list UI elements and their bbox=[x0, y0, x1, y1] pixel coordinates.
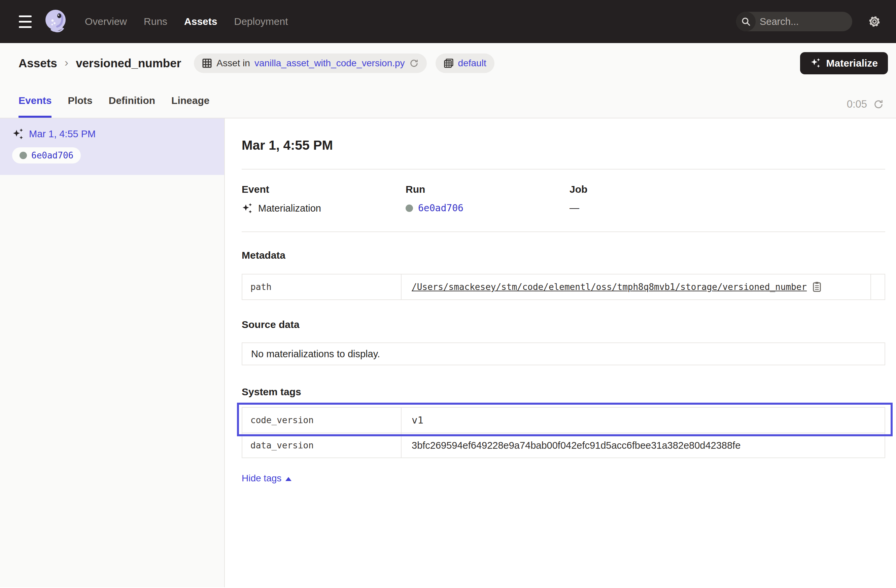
asset-in-label: Asset in bbox=[216, 58, 250, 68]
metadata-path-link[interactable]: /Users/smackesey/stm/code/elementl/oss/t… bbox=[411, 282, 807, 292]
settings-gear-icon[interactable] bbox=[867, 14, 882, 29]
main-nav: Overview Runs Assets Deployment bbox=[85, 16, 288, 27]
asset-definition-badge[interactable]: Asset in vanilla_asset_with_code_version… bbox=[194, 53, 427, 73]
run-status-dot-detail bbox=[405, 205, 413, 212]
source-data-empty-state: No materializations to display. bbox=[242, 342, 885, 365]
refresh-countdown: 0:05 bbox=[847, 98, 867, 110]
run-column: Run 6e0ad706 bbox=[405, 184, 570, 214]
nav-runs[interactable]: Runs bbox=[144, 16, 167, 27]
breadcrumb-separator: › bbox=[65, 56, 68, 71]
event-detail-title: Mar 1, 4:55 PM bbox=[242, 138, 885, 153]
event-column: Event Materialization bbox=[242, 184, 405, 214]
job-column-label: Job bbox=[570, 184, 885, 195]
source-data-heading: Source data bbox=[242, 319, 885, 330]
global-search[interactable]: / bbox=[736, 12, 852, 31]
metadata-table: path /Users/smackesey/stm/code/elementl/… bbox=[242, 274, 885, 300]
tag-value-code-version: v1 bbox=[402, 408, 885, 433]
system-tags-table: code_version v1 data_version 3bfc269594e… bbox=[242, 407, 885, 458]
sparkle-icon bbox=[810, 58, 821, 69]
nav-deployment[interactable]: Deployment bbox=[234, 16, 288, 27]
page-title: versioned_number bbox=[76, 56, 181, 70]
table-row-data-version: data_version 3bfc269594ef649228e9a74bab0… bbox=[242, 433, 885, 457]
metadata-heading: Metadata bbox=[242, 249, 885, 261]
system-tags-heading: System tags bbox=[242, 386, 885, 398]
materialize-button[interactable]: Materialize bbox=[800, 52, 888, 74]
event-detail-panel: Mar 1, 4:55 PM Event Materialization bbox=[225, 119, 896, 587]
event-timestamp-link[interactable]: Mar 1, 4:55 PM bbox=[29, 129, 96, 140]
tab-plots[interactable]: Plots bbox=[68, 84, 92, 118]
repository-icon bbox=[443, 58, 454, 68]
table-row-code-version: code_version v1 bbox=[242, 408, 885, 433]
run-id-link[interactable]: 6e0ad706 bbox=[418, 202, 463, 214]
asset-tabs-bar: Events Plots Definition Lineage 0:05 bbox=[0, 84, 896, 119]
hide-tags-link[interactable]: Hide tags bbox=[242, 473, 291, 484]
caret-up-icon bbox=[285, 477, 291, 481]
run-id-label: 6e0ad706 bbox=[31, 150, 73, 161]
tab-events[interactable]: Events bbox=[18, 84, 52, 118]
tab-definition[interactable]: Definition bbox=[109, 84, 155, 118]
event-type-value: Materialization bbox=[258, 203, 321, 214]
refresh-icon[interactable] bbox=[873, 99, 884, 109]
event-column-label: Event bbox=[242, 184, 405, 195]
repository-default-link[interactable]: default bbox=[458, 58, 486, 68]
breadcrumb-bar: Assets › versioned_number Asset in vanil… bbox=[0, 43, 896, 84]
copy-to-clipboard-icon[interactable] bbox=[812, 281, 821, 292]
app-header: Overview Runs Assets Deployment / bbox=[0, 0, 896, 43]
search-icon bbox=[736, 12, 756, 31]
tag-key-data-version: data_version bbox=[242, 433, 402, 457]
nav-assets[interactable]: Assets bbox=[184, 16, 217, 27]
tag-key-code-version: code_version bbox=[242, 408, 402, 433]
materialize-label: Materialize bbox=[826, 58, 878, 69]
asset-definition-file-link[interactable]: vanilla_asset_with_code_version.py bbox=[254, 58, 405, 68]
event-list-sidebar: Mar 1, 4:55 PM 6e0ad706 bbox=[0, 119, 225, 587]
tab-lineage[interactable]: Lineage bbox=[171, 84, 209, 118]
event-list-item-selected[interactable]: Mar 1, 4:55 PM 6e0ad706 bbox=[0, 119, 224, 175]
hamburger-menu-icon[interactable] bbox=[13, 9, 37, 33]
job-value-dash: — bbox=[570, 202, 579, 214]
repository-badge[interactable]: default bbox=[436, 53, 494, 73]
search-input[interactable] bbox=[756, 16, 852, 27]
hide-tags-label: Hide tags bbox=[242, 473, 281, 484]
metadata-actions-cell bbox=[871, 275, 885, 299]
breadcrumb-assets-link[interactable]: Assets bbox=[18, 56, 57, 70]
dagster-logo[interactable] bbox=[42, 8, 69, 35]
reload-definition-icon[interactable] bbox=[409, 59, 419, 68]
materialization-event-icon bbox=[242, 202, 253, 214]
run-column-label: Run bbox=[405, 184, 570, 195]
run-id-chip[interactable]: 6e0ad706 bbox=[12, 147, 81, 164]
job-column: Job — bbox=[570, 184, 885, 214]
materialization-sparkle-icon bbox=[12, 128, 24, 140]
asset-table-icon bbox=[202, 58, 212, 68]
metadata-key-path: path bbox=[242, 275, 402, 299]
tag-value-data-version: 3bfc269594ef649228e9a74bab00f042efc91d5a… bbox=[402, 433, 885, 457]
run-status-dot bbox=[20, 152, 27, 159]
nav-overview[interactable]: Overview bbox=[85, 16, 127, 27]
